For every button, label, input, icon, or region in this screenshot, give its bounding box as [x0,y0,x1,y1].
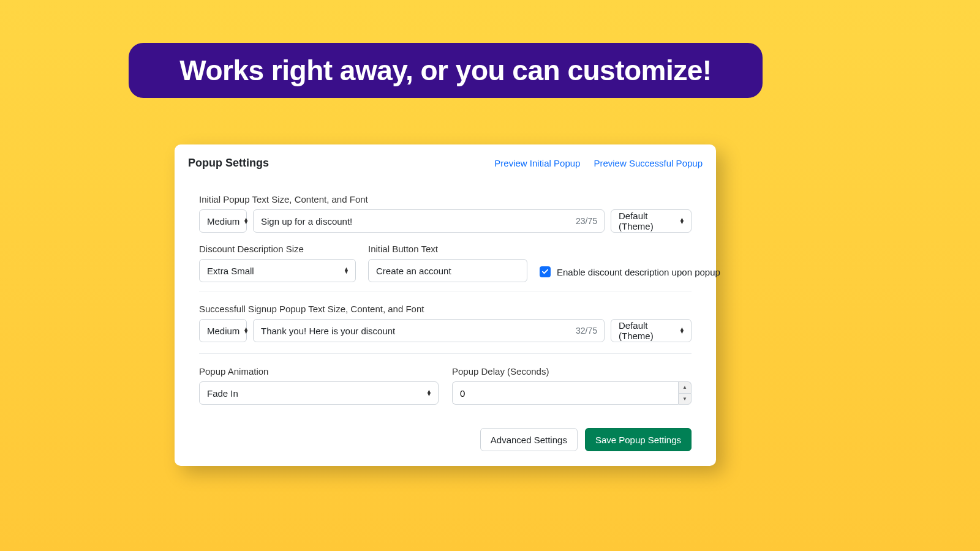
delay-label: Popup Delay (Seconds) [452,366,692,377]
desc-size-label: Discount Description Size [199,244,356,254]
success-text-wrap: 32/75 [253,319,605,342]
enable-desc-label: Enable discount description upon popup [557,267,720,277]
init-button-label: Initial Button Text [368,244,527,254]
animation-select[interactable]: Fade In ▲▼ [199,381,439,405]
spinner-buttons: ▲ ▼ [678,381,692,405]
initial-group-label: Initial Popup Text Size, Content, and Fo… [199,194,692,204]
updown-icon: ▲▼ [426,390,432,396]
success-group-label: Successfull Signup Popup Text Size, Cont… [199,304,692,314]
enable-desc-checkbox[interactable] [540,266,551,277]
updown-icon: ▲▼ [243,218,249,224]
bottom-row: Popup Animation Fade In ▲▼ Popup Delay (… [199,366,692,405]
delay-spinner: ▲ ▼ [452,381,692,405]
initial-size-value: Medium [207,216,239,227]
initial-text-input[interactable] [253,209,605,233]
initial-size-select[interactable]: Medium ▲▼ [199,209,247,233]
initial-text-wrap: 23/75 [253,209,605,233]
init-button-col: Initial Button Text [368,244,527,282]
success-text-counter: 32/75 [576,326,597,335]
init-button-input[interactable] [368,259,527,282]
updown-icon: ▲▼ [243,328,249,334]
desc-size-col: Discount Description Size Extra Small ▲▼ [199,244,356,282]
success-size-value: Medium [207,326,239,336]
chevron-up-icon: ▲ [682,384,687,390]
preview-initial-link[interactable]: Preview Initial Popup [494,158,580,168]
success-font-select[interactable]: Default (Theme) ▲▼ [611,319,692,342]
desc-size-value: Extra Small [207,266,254,276]
settings-section: Initial Popup Text Size, Content, and Fo… [188,194,703,451]
second-row: Discount Description Size Extra Small ▲▼… [199,244,692,282]
advanced-settings-button[interactable]: Advanced Settings [480,428,578,451]
card-header: Popup Settings Preview Initial Popup Pre… [188,157,703,170]
delay-col: Popup Delay (Seconds) ▲ ▼ [452,366,692,405]
header-links: Preview Initial Popup Preview Successful… [494,158,703,168]
success-row: Medium ▲▼ 32/75 Default (Theme) ▲▼ [199,319,692,342]
animation-col: Popup Animation Fade In ▲▼ [199,366,439,405]
card-title: Popup Settings [188,157,269,170]
chevron-down-icon: ▼ [682,396,687,402]
success-font-value: Default (Theme) [619,320,676,341]
updown-icon: ▲▼ [344,268,349,274]
desc-size-select[interactable]: Extra Small ▲▼ [199,259,356,282]
success-size-select[interactable]: Medium ▲▼ [199,319,247,342]
updown-icon: ▲▼ [679,218,685,224]
updown-icon: ▲▼ [679,328,685,334]
spinner-down-button[interactable]: ▼ [678,393,692,405]
animation-value: Fade In [207,388,238,399]
initial-text-counter: 23/75 [576,216,597,226]
initial-row: Medium ▲▼ 23/75 Default (Theme) ▲▼ [199,209,692,233]
initial-font-select[interactable]: Default (Theme) ▲▼ [611,209,692,233]
save-button[interactable]: Save Popup Settings [585,428,692,451]
preview-success-link[interactable]: Preview Successful Popup [594,158,703,168]
check-icon [541,268,549,276]
footer-actions: Advanced Settings Save Popup Settings [199,428,692,451]
enable-desc-col: Enable discount description upon popup [540,266,720,282]
promo-banner: Works right away, or you can customize! [129,43,763,98]
success-text-input[interactable] [253,319,605,342]
popup-settings-card: Popup Settings Preview Initial Popup Pre… [175,144,716,466]
animation-label: Popup Animation [199,366,439,377]
spinner-up-button[interactable]: ▲ [678,381,692,393]
initial-font-value: Default (Theme) [619,211,676,231]
divider [199,353,692,354]
delay-input[interactable] [452,381,678,405]
divider [199,291,692,291]
